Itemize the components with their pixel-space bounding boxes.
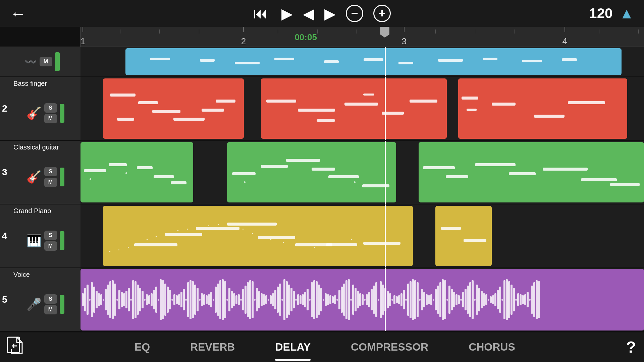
timeline-ruler: 1 2 00:05 3 4 (function(){ const ruler =… (0, 27, 644, 47)
wave-bar (288, 285, 290, 315)
clip-notes (435, 206, 492, 266)
tab-chorus[interactable]: CHORUS (448, 332, 535, 362)
wave-bar (362, 294, 364, 305)
play-button[interactable]: ▶ (281, 5, 293, 22)
clip[interactable] (80, 269, 644, 330)
wave-bar (249, 280, 251, 319)
wave-bar (100, 294, 102, 305)
wave-bar (458, 295, 460, 304)
wave-bar (483, 293, 485, 306)
track-2-m-button[interactable]: M (44, 114, 57, 123)
track-2-volume (60, 104, 64, 123)
track-3-s-button[interactable]: S (44, 167, 57, 176)
tab-delay[interactable]: DELAY (255, 332, 331, 362)
wave-bar (506, 279, 508, 320)
track-5-name: Voice (13, 271, 77, 279)
wave-bar (265, 295, 267, 304)
tab-compressor[interactable]: COMPRESSOR (331, 332, 448, 362)
wave-bar (320, 288, 322, 312)
wave-bar (368, 292, 370, 307)
zoom-out-button[interactable]: − (346, 5, 363, 22)
track-1-icon: 〰️ (24, 56, 37, 68)
track-4-m-button[interactable]: M (44, 241, 57, 251)
wave-bar (256, 288, 258, 312)
clip[interactable] (419, 142, 644, 202)
wave-bar (309, 299, 311, 301)
wave-bar (453, 292, 455, 307)
wave-bar (153, 290, 155, 309)
track-4-clips[interactable] (80, 204, 644, 267)
wave-bar (350, 299, 352, 301)
wave-bar (272, 293, 274, 306)
clip[interactable] (103, 78, 244, 139)
prev-button[interactable]: ◀ (303, 5, 314, 22)
track-2-s-button[interactable]: S (44, 103, 57, 113)
wave-bar (527, 292, 529, 307)
wave-bar (164, 284, 166, 316)
help-button[interactable]: ? (626, 338, 636, 356)
wave-bar (421, 289, 423, 310)
wave-bar (311, 282, 313, 317)
time-display: 00:05 (294, 32, 317, 43)
wave-bar (442, 279, 444, 320)
wave-bar (144, 299, 146, 301)
track-1-m-button[interactable]: M (40, 57, 52, 66)
clip[interactable] (458, 78, 627, 139)
track-2-icon: 🎸 (26, 106, 42, 120)
clip-notes (125, 48, 621, 75)
track-2-clips[interactable] (80, 77, 644, 140)
wave-bar (297, 294, 299, 305)
wave-bar (531, 286, 533, 314)
wave-bar (224, 281, 226, 318)
clip[interactable] (227, 142, 396, 202)
tab-eq[interactable]: EQ (114, 332, 170, 362)
wave-bar (235, 295, 237, 304)
clip[interactable] (125, 48, 621, 75)
rewind-button[interactable]: ⏮ (253, 5, 268, 22)
bpm-display: 120 (589, 5, 612, 21)
track-5-m-button[interactable]: M (44, 305, 57, 314)
next-button[interactable]: ▶ (324, 5, 336, 22)
clip-notes (419, 142, 644, 202)
track-1-clips[interactable] (80, 47, 644, 76)
track-5-s-button[interactable]: S (44, 294, 57, 304)
track-1-info: 〰️ M (0, 47, 80, 76)
track-5-clips[interactable] (80, 268, 644, 331)
playhead-marker[interactable] (380, 27, 389, 38)
back-button[interactable]: ← (10, 4, 26, 23)
wave-bar (378, 299, 379, 301)
track-3-m-button[interactable]: M (44, 178, 57, 187)
clip[interactable] (261, 78, 447, 139)
wave-bar (371, 289, 373, 310)
header: ← ⏮ ▶ ◀ ▶ − + 120 ▲ (0, 0, 644, 27)
track-5-number: 5 (2, 294, 7, 305)
clip-notes (103, 78, 244, 139)
track-row-4: 4 Grand Piano 🎹 S M (0, 204, 644, 268)
wave-bar (242, 289, 244, 310)
wave-bar (245, 286, 247, 314)
tab-reverb[interactable]: REVERB (170, 332, 255, 362)
zoom-in-button[interactable]: + (373, 5, 391, 22)
wave-bar (194, 285, 196, 315)
ruler[interactable]: 1 2 00:05 3 4 (function(){ const ruler =… (80, 27, 644, 47)
wave-bar (268, 299, 269, 301)
wave-bar (135, 281, 137, 318)
track-2-number: 2 (2, 103, 7, 114)
track-3-icon: 🎸 (26, 170, 42, 184)
track-5-volume (60, 295, 64, 314)
clip[interactable] (80, 142, 193, 202)
wave-bar (517, 293, 519, 306)
track-3-clips[interactable] (80, 141, 644, 204)
wave-bar (217, 284, 219, 316)
import-button[interactable] (7, 337, 23, 358)
wave-bar (293, 291, 295, 308)
wave-bar (203, 294, 205, 305)
clip[interactable] (435, 206, 492, 266)
wave-bar (428, 295, 430, 304)
track-4-s-button[interactable]: S (44, 231, 57, 240)
wave-bar (325, 293, 327, 306)
wave-bar (190, 280, 192, 319)
wave-bar (210, 292, 212, 307)
wave-bar (355, 288, 357, 312)
clip[interactable] (103, 206, 413, 266)
